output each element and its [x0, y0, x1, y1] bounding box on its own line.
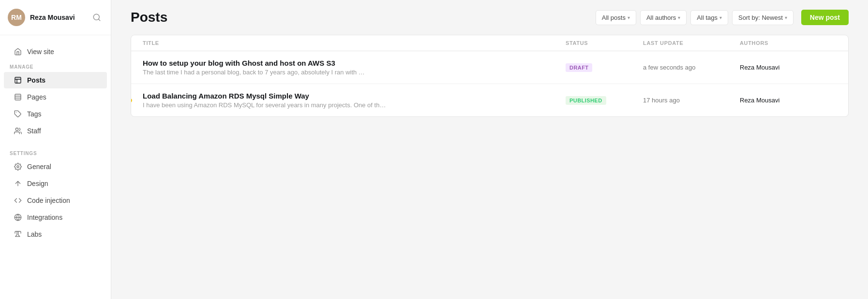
col-title: Title — [143, 40, 566, 46]
staff-icon — [14, 127, 22, 135]
col-authors: Authors — [740, 40, 837, 46]
svg-point-9 — [15, 128, 18, 130]
post-excerpt: The last time I had a personal blog, bac… — [143, 69, 423, 76]
all-authors-filter[interactable]: All authors ▾ — [640, 10, 687, 25]
design-icon — [14, 179, 22, 188]
post-info: Load Balancing Amazon RDS Mysql Simple W… — [143, 92, 566, 109]
sidebar-item-posts[interactable]: Posts — [4, 72, 107, 88]
sort-filter[interactable]: Sort by: Newest ▾ — [732, 10, 793, 25]
posts-table: Title Status Last Update Authors How to … — [131, 35, 849, 117]
all-authors-label: All authors — [646, 14, 676, 21]
table-row[interactable]: Load Balancing Amazon RDS Mysql Simple W… — [131, 84, 848, 116]
sidebar-item-staff[interactable]: Staff — [4, 123, 107, 139]
sidebar-item-view-site[interactable]: View site — [4, 43, 107, 60]
svg-rect-5 — [15, 94, 21, 100]
sidebar-item-label: Posts — [27, 76, 45, 84]
avatar: RM — [8, 9, 25, 26]
sidebar-item-design[interactable]: Design — [4, 175, 107, 192]
search-button[interactable] — [90, 11, 103, 24]
settings-section-label: Settings — [0, 147, 111, 158]
table-header: Title Status Last Update Authors — [131, 35, 848, 51]
all-tags-filter[interactable]: All tags ▾ — [690, 10, 728, 25]
tag-icon — [14, 110, 22, 118]
sidebar-nav: View site Manage Posts — [0, 35, 111, 299]
post-status: PUBLISHED — [566, 96, 643, 105]
sidebar-user: RM Reza Mousavi — [8, 9, 75, 26]
table-row[interactable]: How to setup your blog with Ghost and ho… — [131, 51, 848, 84]
sidebar-item-label: Integrations — [27, 214, 62, 221]
post-title: Load Balancing Amazon RDS Mysql Simple W… — [143, 92, 566, 100]
sidebar-item-label: Labs — [27, 230, 42, 238]
post-info: How to setup your blog with Ghost and ho… — [143, 59, 566, 76]
sidebar-item-pages[interactable]: Pages — [4, 89, 107, 105]
all-posts-filter[interactable]: All posts ▾ — [596, 10, 636, 25]
post-author: Reza Mousavi — [740, 97, 837, 104]
pages-icon — [14, 93, 22, 101]
col-last-update: Last Update — [643, 40, 740, 46]
post-author: Reza Mousavi — [740, 64, 837, 71]
status-badge: DRAFT — [566, 63, 592, 72]
sidebar-item-labs[interactable]: Labs — [4, 226, 107, 242]
sidebar-item-label: General — [27, 163, 51, 171]
all-tags-label: All tags — [697, 14, 718, 21]
yellow-dot — [131, 99, 132, 102]
sidebar-item-general[interactable]: General — [4, 158, 107, 175]
post-title: How to setup your blog with Ghost and ho… — [143, 59, 566, 67]
search-icon — [92, 13, 101, 22]
sidebar-username: Reza Mousavi — [30, 14, 75, 21]
sidebar-item-label: Code injection — [27, 197, 70, 204]
posts-icon — [14, 76, 22, 85]
post-status: DRAFT — [566, 63, 643, 72]
chevron-down-icon: ▾ — [785, 15, 787, 20]
chevron-down-icon: ▾ — [719, 15, 722, 20]
sidebar-item-integrations[interactable]: Integrations — [4, 209, 107, 226]
post-last-update: 17 hours ago — [643, 97, 740, 104]
page-title: Posts — [131, 10, 167, 25]
home-icon — [14, 47, 22, 56]
sidebar-item-code-injection[interactable]: Code injection — [4, 192, 107, 209]
svg-line-1 — [98, 19, 100, 20]
code-icon — [14, 196, 22, 205]
svg-rect-2 — [15, 77, 21, 83]
new-post-button[interactable]: New post — [801, 10, 849, 25]
col-status: Status — [566, 40, 643, 46]
sort-label: Sort by: Newest — [738, 14, 783, 21]
main-header: Posts All posts ▾ All authors ▾ All tags… — [111, 0, 868, 35]
sidebar-item-tags[interactable]: Tags — [4, 106, 107, 122]
post-last-update: a few seconds ago — [643, 64, 740, 71]
sidebar-header: RM Reza Mousavi — [0, 0, 111, 35]
header-controls: All posts ▾ All authors ▾ All tags ▾ Sor… — [596, 10, 849, 25]
labs-icon — [14, 230, 22, 239]
chevron-down-icon: ▾ — [678, 15, 680, 20]
sidebar-item-label: Pages — [27, 93, 46, 101]
post-excerpt: I have been using Amazon RDS MySQL for s… — [143, 101, 423, 109]
gear-icon — [14, 162, 22, 171]
main-content: Posts All posts ▾ All authors ▾ All tags… — [111, 0, 868, 299]
svg-point-10 — [17, 166, 19, 168]
content-area: Title Status Last Update Authors How to … — [111, 35, 868, 299]
chevron-down-icon: ▾ — [628, 15, 630, 20]
sidebar: RM Reza Mousavi View site Manage — [0, 0, 111, 299]
sidebar-item-label: Tags — [27, 110, 42, 118]
manage-section-label: Manage — [0, 60, 111, 71]
integrations-icon — [14, 213, 22, 222]
sidebar-item-label: View site — [27, 48, 54, 56]
all-posts-label: All posts — [602, 14, 626, 21]
status-badge: PUBLISHED — [566, 96, 606, 105]
sidebar-item-label: Staff — [27, 127, 41, 135]
sidebar-item-label: Design — [27, 180, 48, 187]
